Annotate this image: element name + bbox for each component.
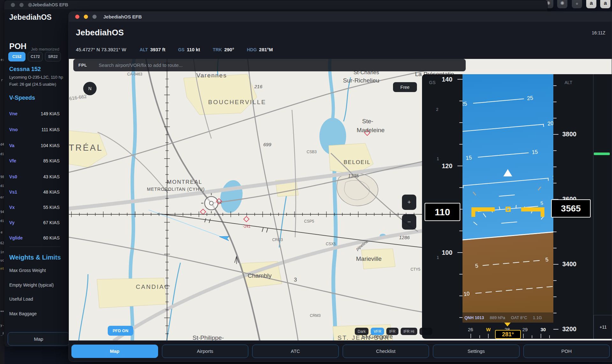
weight-row-label: Max Baggage [9,311,37,316]
button-label: Map [34,336,43,342]
circle-app-icon[interactable]: ● [572,0,582,8]
attitude-indicator: 25 25 20 15 15 10 10 5 5 5 5 [463,74,553,339]
window-title: JebediahOS EFB [32,2,68,7]
minus-icon: − [407,218,411,225]
vspeed-row: Vx55 KIAS [9,205,60,210]
vsi-value: +11 [600,325,607,330]
map-label: Varennes [196,72,227,79]
bottom-nav: Map Airports ATC Checklist Settings POH [69,340,612,361]
background-map-button[interactable]: Map [8,332,69,346]
north-up-button[interactable]: N [83,82,97,95]
vspeed-label: Vs0 [9,174,17,179]
map-label: Marieville [356,255,382,262]
efb-window[interactable]: JebediahOS EFB JebediahOS 16:11Z 45.4727… [69,11,612,362]
map-label: CA-0463 [127,72,142,76]
map-label: St-Philippe- [193,334,224,341]
aircraft-tab-sr22[interactable]: SR22 [45,52,61,61]
gs-label: GS [178,47,185,52]
tab-atc[interactable]: ATC [252,345,339,358]
icon-glyph: a [590,0,593,6]
minimize-icon[interactable] [84,15,88,19]
heading-tick-label: 26 [468,327,473,332]
tab-label: Airports [197,348,213,354]
trk-value: 290° [224,47,234,52]
zoom-out-button[interactable]: − [402,214,416,230]
fpl-search-bar[interactable]: FPL [73,59,466,71]
tab-label: Settings [468,348,485,354]
heading-readout: 281° [495,330,521,339]
speed-tick-label: 100 [442,249,452,256]
button-label: Free [400,85,410,90]
weight-row-label: Max Gross Weight [9,268,46,273]
tab-label: Checklist [376,348,396,354]
zoom-icon[interactable] [28,3,32,7]
gload-value: 1.1G [533,315,542,320]
window-title: JebediahOS EFB [103,14,142,19]
map-label: 699 [263,142,272,147]
zoom-in-button[interactable]: + [402,195,416,210]
alt-tick-label: 3400 [562,261,577,268]
code-fragment: e [1,231,3,234]
close-icon[interactable] [11,3,15,7]
map-layer-switcher: Dark VFR IFR IFR Hi SAT [355,328,432,335]
close-icon[interactable] [75,15,79,19]
layer-ifrhi-button[interactable]: IFR Hi [401,328,417,335]
tab-label: ATC [291,348,300,354]
layer-vfr-button[interactable]: VFR [371,328,384,335]
vspeed-label: Vno [9,127,18,132]
vspeed-row: Vno111 KIAS [9,127,60,132]
zoom-icon[interactable] [92,15,97,19]
vspeed-value: 55 KIAS [43,205,60,210]
tab-poh[interactable]: POH [523,345,610,358]
icon-glyph: ● [575,1,578,6]
titlebar[interactable]: JebediahOS EFB [69,12,612,22]
openai-icon[interactable]: ❋ [557,0,567,8]
engine-spec: Lycoming O-235-L2C, 110 hp [9,75,69,80]
heading-pointer-icon [504,323,511,326]
poh-section-title: POH [9,42,26,51]
speed-tick-label: 140 [442,76,452,83]
poh-subtitle: Jeb memorized [31,47,59,52]
tab-label: Map [110,348,120,354]
vspeed-label: Vx [9,205,15,210]
chip-label: IFR [389,329,395,334]
map-label: Sur-Richelieu [343,77,379,84]
button-label: PFD ON [113,328,128,333]
route-search-input[interactable] [99,62,466,68]
heading-value: 281° [502,331,514,338]
vsi-readout: +11 [594,315,612,339]
aircraft-tab-c172[interactable]: C172 [28,52,43,61]
layer-dark-button[interactable]: Dark [355,328,368,335]
alt-label: ALT [140,47,148,52]
weights-heading: Weights & Limits [9,254,61,261]
map-mode-free-button[interactable]: Free [393,82,417,92]
tab-checklist[interactable]: Checklist [343,345,429,358]
heading-tick-label: W [486,327,491,332]
map-label: BOUCHERVILLE [208,99,266,105]
speed-tick-label: 120 [442,162,452,170]
amazon-icon[interactable]: a [586,0,596,8]
vspeed-value: 85 KIAS [43,158,60,163]
map-label: CRM3 [310,313,321,318]
amazon-icon[interactable]: a [600,0,610,8]
background-window-titlebar[interactable]: JebediahOS EFB [4,0,547,9]
pfd-toggle-button[interactable]: PFD ON [108,326,133,336]
aircraft-tab-c152[interactable]: C152 [8,52,26,61]
vspeed-row: Va104 KIAS [9,143,60,148]
vspeed-label: Vs1 [9,189,17,195]
chip-label: IFR Hi [404,329,414,334]
fpl-label: FPL [78,63,87,68]
trk-label: TRK [213,47,222,52]
layer-ifr-button[interactable]: IFR [386,328,398,335]
icon-glyph: ❋ [560,0,565,6]
tab-map[interactable]: Map [71,345,158,358]
map-label: 616-662 [69,93,87,101]
minimize-icon[interactable] [19,3,24,7]
chip-label: Dark [358,329,366,334]
vspeed-row: Vs148 KIAS [9,189,60,195]
tab-settings[interactable]: Settings [433,345,520,358]
pressure-value: 889 hPa [490,315,505,320]
tab-airports[interactable]: Airports [162,345,249,358]
weight-row-label: Empty Weight (typical) [9,282,54,288]
fuel-spec: Fuel: 26 gal (24.5 usable) [9,82,69,87]
